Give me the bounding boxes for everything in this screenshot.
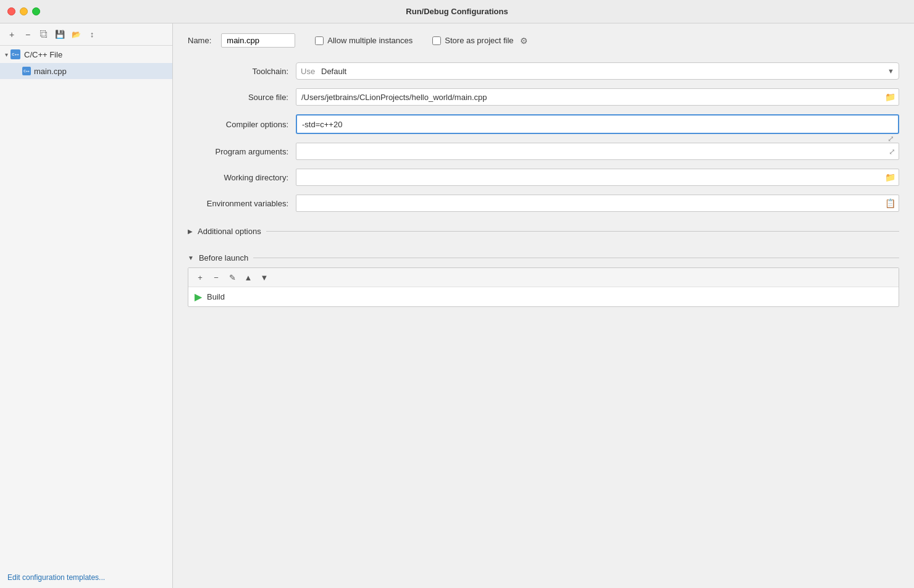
before-launch-header[interactable]: ▼ Before launch <box>188 251 899 265</box>
chevron-down-icon: ▾ <box>5 51 8 58</box>
before-launch-section: ▼ Before launch + − ✎ <box>188 251 899 307</box>
before-launch-build-label: Build <box>207 292 225 301</box>
source-file-row: Source file: 📁 <box>188 88 899 106</box>
allow-multiple-label: Allow multiple instances <box>327 36 413 45</box>
sort-icon: ↕ <box>90 30 94 39</box>
cpp-group-icon: C++ <box>10 49 20 59</box>
remove-icon: − <box>25 30 30 40</box>
tree-item-main-cpp[interactable]: C++ main.cpp <box>0 63 172 79</box>
compiler-options-input[interactable] <box>296 114 899 134</box>
copy-config-button[interactable]: ⿻ <box>37 28 51 41</box>
program-arguments-label: Program arguments: <box>188 147 296 156</box>
source-file-input[interactable] <box>296 88 899 106</box>
program-arguments-expand-button[interactable]: ⤢ <box>889 147 895 156</box>
working-directory-input[interactable] <box>296 169 899 186</box>
working-directory-browse-button[interactable]: 📁 <box>885 172 895 182</box>
before-launch-toolbar: + − ✎ ▲ ▼ <box>188 268 899 287</box>
sidebar: + − ⿻ 💾 📂 ↕ ▾ <box>0 23 173 588</box>
env-variables-label: Environment variables: <box>188 199 296 208</box>
before-launch-build-item[interactable]: ▶ Build <box>188 287 899 306</box>
before-launch-remove-button[interactable]: − <box>209 271 223 284</box>
before-launch-add-button[interactable]: + <box>193 271 207 284</box>
working-directory-control: 📁 <box>296 169 899 186</box>
right-panel: Name: Allow multiple instances Store as … <box>173 23 914 588</box>
toolchain-select[interactable]: Default <box>296 62 899 80</box>
env-variables-edit-button[interactable]: 📋 <box>885 198 895 208</box>
save-config-button[interactable]: 💾 <box>53 28 67 41</box>
tree-group-header[interactable]: ▾ C++ C/C++ File <box>0 46 172 63</box>
add-icon: + <box>198 273 203 282</box>
store-project-checkbox[interactable] <box>432 36 441 45</box>
program-arguments-row: Program arguments: ⤢ <box>188 143 899 160</box>
add-config-button[interactable]: + <box>5 28 19 41</box>
before-launch-divider <box>253 258 899 258</box>
copy-icon: ⿻ <box>40 30 48 39</box>
name-input[interactable] <box>221 33 295 48</box>
save-icon: 💾 <box>55 30 65 39</box>
folder-open-icon: 📁 <box>885 92 895 102</box>
config-header: Name: Allow multiple instances Store as … <box>173 23 914 57</box>
name-label: Name: <box>188 36 211 45</box>
before-launch-edit-button[interactable]: ✎ <box>225 271 239 284</box>
tree-group-cpp-file: ▾ C++ C/C++ File C++ main.cpp <box>0 46 172 79</box>
title-bar: Run/Debug Configurations <box>0 0 914 23</box>
store-project-gear-button[interactable]: ⚙ <box>519 35 529 47</box>
compiler-options-control: ⤢ <box>296 114 899 134</box>
remove-icon: − <box>214 273 219 282</box>
minimize-button[interactable] <box>20 7 28 15</box>
env-variables-row: Environment variables: 📋 <box>188 195 899 212</box>
folder-icon: 📂 <box>72 30 81 39</box>
remove-config-button[interactable]: − <box>21 28 35 41</box>
additional-options-section: ▶ Additional options <box>188 224 899 238</box>
edit-icon: ✎ <box>229 273 236 282</box>
down-icon: ▼ <box>261 273 269 282</box>
toolchain-control: Default Use ▼ <box>296 62 899 80</box>
toolchain-row: Toolchain: Default Use ▼ <box>188 62 899 80</box>
sidebar-tree: ▾ C++ C/C++ File C++ main.cpp <box>0 46 172 567</box>
source-file-label: Source file: <box>188 93 296 102</box>
sort-config-button[interactable]: ↕ <box>85 28 99 41</box>
allow-multiple-group: Allow multiple instances <box>315 36 413 45</box>
env-variables-control: 📋 <box>296 195 899 212</box>
working-directory-row: Working directory: 📁 <box>188 169 899 186</box>
window-title: Run/Debug Configurations <box>406 7 508 16</box>
folder-browse-icon: 📁 <box>885 172 895 182</box>
additional-options-header[interactable]: ▶ Additional options <box>188 224 899 238</box>
before-launch-chevron-down-icon: ▼ <box>188 254 194 261</box>
compiler-expand-button[interactable]: ⤢ <box>887 134 894 143</box>
additional-options-title: Additional options <box>198 227 261 236</box>
compiler-options-row: Compiler options: ⤢ <box>188 114 899 134</box>
add-icon: + <box>9 30 14 40</box>
source-file-browse-button[interactable]: 📁 <box>885 92 895 102</box>
tree-group-label: C/C++ File <box>24 50 62 59</box>
program-arguments-input[interactable] <box>296 143 899 160</box>
expand-arrows-icon: ⤢ <box>887 134 894 143</box>
compiler-options-label: Compiler options: <box>188 120 296 129</box>
toolchain-label: Toolchain: <box>188 67 296 76</box>
edit-table-icon: 📋 <box>885 198 895 208</box>
allow-multiple-checkbox[interactable] <box>315 36 324 45</box>
before-launch-down-button[interactable]: ▼ <box>258 271 271 284</box>
program-arguments-control: ⤢ <box>296 143 899 160</box>
build-arrow-icon: ▶ <box>195 291 202 303</box>
store-project-group: Store as project file ⚙ <box>432 35 529 47</box>
sidebar-toolbar: + − ⿻ 💾 📂 ↕ <box>0 23 172 46</box>
additional-options-divider <box>266 231 899 232</box>
before-launch-content: + − ✎ ▲ ▼ <box>188 267 899 307</box>
folder-config-button[interactable]: 📂 <box>69 28 83 41</box>
source-file-control: 📁 <box>296 88 899 106</box>
tree-item-label: main.cpp <box>34 67 67 76</box>
main-container: + − ⿻ 💾 📂 ↕ ▾ <box>0 23 914 588</box>
maximize-button[interactable] <box>32 7 40 15</box>
cpp-file-icon: C++ <box>22 67 31 75</box>
edit-templates-link[interactable]: Edit configuration templates... <box>0 567 172 588</box>
close-button[interactable] <box>7 7 15 15</box>
env-variables-input[interactable] <box>296 195 899 212</box>
store-project-label: Store as project file <box>445 36 513 45</box>
config-content: Toolchain: Default Use ▼ Source file: 📁 <box>173 57 914 588</box>
before-launch-title: Before launch <box>199 253 248 262</box>
window-controls[interactable] <box>7 7 40 15</box>
up-icon: ▲ <box>245 273 253 282</box>
working-directory-label: Working directory: <box>188 173 296 182</box>
before-launch-up-button[interactable]: ▲ <box>241 271 255 284</box>
